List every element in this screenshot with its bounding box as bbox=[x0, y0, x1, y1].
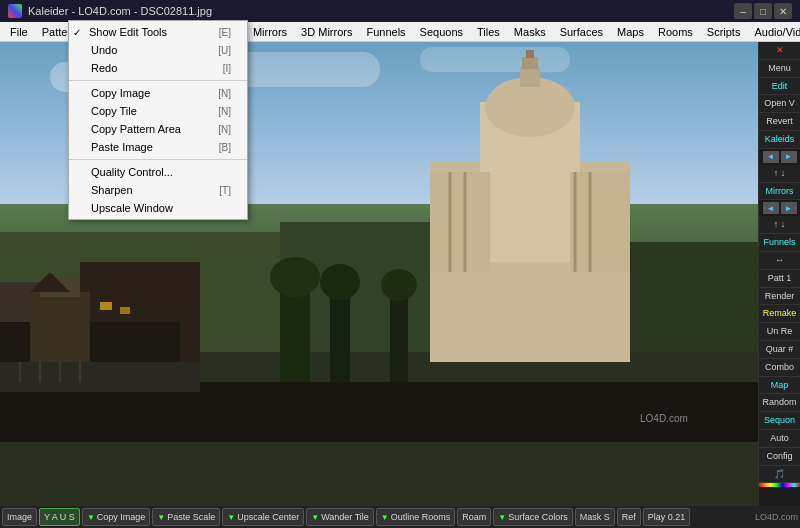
right-panel-btn-21[interactable]: 🎵 bbox=[759, 466, 800, 484]
arrows-div-mirrors: ◄► bbox=[759, 200, 800, 216]
title-bar-left: Kaleider - LO4D.com - DSC02811.jpg bbox=[8, 4, 212, 18]
arrow-btn[interactable]: ► bbox=[781, 151, 797, 163]
arrow-btn[interactable]: ► bbox=[781, 202, 797, 214]
status-btn-label: Roam bbox=[462, 512, 486, 522]
dropdown-item-redo[interactable]: Redo[I] bbox=[69, 59, 247, 77]
menu-item-surfaces[interactable]: Surfaces bbox=[554, 25, 609, 39]
dropdown-item-copy-tile[interactable]: Copy Tile[N] bbox=[69, 102, 247, 120]
menu-item-funnels[interactable]: Funnels bbox=[360, 25, 411, 39]
status-arrow-icon: ▼ bbox=[157, 513, 165, 522]
status-btn-3[interactable]: ▼Paste Scale bbox=[152, 508, 220, 526]
maximize-button[interactable]: □ bbox=[754, 3, 772, 19]
dropdown-item-copy-pattern-area[interactable]: Copy Pattern Area[N] bbox=[69, 120, 247, 138]
dropdown-item-sharpen[interactable]: Sharpen[T] bbox=[69, 181, 247, 199]
right-panel-btn-17[interactable]: Random bbox=[759, 394, 800, 412]
dropdown-item-label: Quality Control... bbox=[91, 166, 173, 178]
dropdown-item-paste-image[interactable]: Paste Image[B] bbox=[69, 138, 247, 156]
dropdown-item-quality-control[interactable]: Quality Control... bbox=[69, 163, 247, 181]
arrow-btn[interactable]: ◄ bbox=[763, 151, 779, 163]
status-btn-10[interactable]: Ref bbox=[617, 508, 641, 526]
right-panel-btn-5[interactable]: ↑ ↓ bbox=[759, 165, 800, 183]
right-panel-btn-16[interactable]: Map bbox=[759, 377, 800, 395]
status-btn-5[interactable]: ▼Wander Tile bbox=[306, 508, 374, 526]
window-title: Kaleider - LO4D.com - DSC02811.jpg bbox=[28, 5, 212, 17]
right-panel-btn-18[interactable]: Sequon bbox=[759, 412, 800, 430]
status-btn-label: Play 0.21 bbox=[648, 512, 686, 522]
status-btn-label: Mask S bbox=[580, 512, 610, 522]
close-button[interactable]: ✕ bbox=[774, 3, 792, 19]
status-arrow-icon: ▼ bbox=[227, 513, 235, 522]
right-panel-btn-20[interactable]: Config bbox=[759, 448, 800, 466]
dropdown-item-upscale-window[interactable]: Upscale Window bbox=[69, 199, 247, 217]
right-panel-btn-19[interactable]: Auto bbox=[759, 430, 800, 448]
status-btn-label: Upscale Center bbox=[237, 512, 299, 522]
right-panel-btn-10[interactable]: Patt 1 bbox=[759, 270, 800, 288]
status-btn-6[interactable]: ▼Outline Rooms bbox=[376, 508, 455, 526]
dropdown-shortcut: [I] bbox=[223, 63, 231, 74]
dropdown-shortcut: [T] bbox=[219, 185, 231, 196]
right-panel-btn-0[interactable]: Menu bbox=[759, 60, 800, 78]
status-btn-label: Y A U S bbox=[44, 512, 75, 522]
right-panel-btn-15[interactable]: Combo bbox=[759, 359, 800, 377]
status-btn-2[interactable]: ▼Copy Image bbox=[82, 508, 150, 526]
menu-item-scripts[interactable]: Scripts bbox=[701, 25, 747, 39]
menu-item-tiles[interactable]: Tiles bbox=[471, 25, 506, 39]
dropdown-item-label: Upscale Window bbox=[91, 202, 173, 214]
status-btn-0[interactable]: Image bbox=[2, 508, 37, 526]
status-btn-label: Ref bbox=[622, 512, 636, 522]
menu-item-mirrors[interactable]: Mirrors bbox=[247, 25, 293, 39]
arrows-div-kaleids: ◄► bbox=[759, 149, 800, 165]
status-btn-label: Paste Scale bbox=[167, 512, 215, 522]
right-panel-btn-8[interactable]: Funnels bbox=[759, 234, 800, 252]
ground-layer bbox=[0, 204, 758, 506]
status-btn-label: Outline Rooms bbox=[391, 512, 451, 522]
dropdown-shortcut: [N] bbox=[218, 88, 231, 99]
lo4d-logo: LO4D.com bbox=[755, 512, 798, 522]
menu-item-sequons[interactable]: Sequons bbox=[414, 25, 469, 39]
dropdown-item-label: Paste Image bbox=[91, 141, 153, 153]
close-x-button[interactable]: ✕ bbox=[759, 42, 800, 60]
dropdown-item-undo[interactable]: Undo[U] bbox=[69, 41, 247, 59]
dropdown-item-copy-image[interactable]: Copy Image[N] bbox=[69, 84, 247, 102]
menu-item-audio-video[interactable]: Audio/Video bbox=[748, 25, 800, 39]
dropdown-item-label: Copy Tile bbox=[91, 105, 137, 117]
right-panel-btn-14[interactable]: Quar # bbox=[759, 341, 800, 359]
dropdown-shortcut: [N] bbox=[218, 124, 231, 135]
menu-item-3d-mirrors[interactable]: 3D Mirrors bbox=[295, 25, 358, 39]
status-btn-1[interactable]: Y A U S bbox=[39, 508, 80, 526]
right-panel-btn-13[interactable]: Un Re bbox=[759, 323, 800, 341]
right-panel-btn-9[interactable]: ↔ bbox=[759, 252, 800, 270]
right-panel-btn-4[interactable]: Kaleids bbox=[759, 131, 800, 149]
menu-item-masks[interactable]: Masks bbox=[508, 25, 552, 39]
title-bar: Kaleider - LO4D.com - DSC02811.jpg – □ ✕ bbox=[0, 0, 800, 22]
right-panel-btn-3[interactable]: Revert bbox=[759, 113, 800, 131]
status-btn-8[interactable]: ▼Surface Colors bbox=[493, 508, 572, 526]
dropdown-shortcut: [N] bbox=[218, 106, 231, 117]
status-arrow-icon: ▼ bbox=[381, 513, 389, 522]
status-btn-4[interactable]: ▼Upscale Center bbox=[222, 508, 304, 526]
arrow-btn[interactable]: ◄ bbox=[763, 202, 779, 214]
status-bar: ImageY A U S▼Copy Image▼Paste Scale▼Upsc… bbox=[0, 506, 800, 528]
menu-item-file[interactable]: File bbox=[4, 25, 34, 39]
menu-item-rooms[interactable]: Rooms bbox=[652, 25, 699, 39]
right-panel-btn-2[interactable]: Open V bbox=[759, 95, 800, 113]
right-panel-btn-12[interactable]: Remake bbox=[759, 305, 800, 323]
right-panel-btn-1[interactable]: Edit bbox=[759, 78, 800, 96]
status-arrow-icon: ▼ bbox=[311, 513, 319, 522]
title-controls: – □ ✕ bbox=[734, 3, 792, 19]
right-panel-btn-7[interactable]: ↑ ↓ bbox=[759, 216, 800, 234]
dropdown-item-label: Redo bbox=[91, 62, 117, 74]
dropdown-item-show-edit-tools[interactable]: Show Edit Tools[E] bbox=[69, 23, 247, 41]
status-btn-11[interactable]: Play 0.21 bbox=[643, 508, 691, 526]
status-btn-7[interactable]: Roam bbox=[457, 508, 491, 526]
status-arrow-icon: ▼ bbox=[498, 513, 506, 522]
kaleider-icon bbox=[8, 4, 22, 18]
status-btn-9[interactable]: Mask S bbox=[575, 508, 615, 526]
dropdown-separator bbox=[69, 80, 247, 81]
right-panel-btn-11[interactable]: Render bbox=[759, 288, 800, 306]
dropdown-item-label: Copy Pattern Area bbox=[91, 123, 181, 135]
menu-item-maps[interactable]: Maps bbox=[611, 25, 650, 39]
minimize-button[interactable]: – bbox=[734, 3, 752, 19]
dropdown-shortcut: [U] bbox=[218, 45, 231, 56]
right-panel-btn-6[interactable]: Mirrors bbox=[759, 183, 800, 201]
